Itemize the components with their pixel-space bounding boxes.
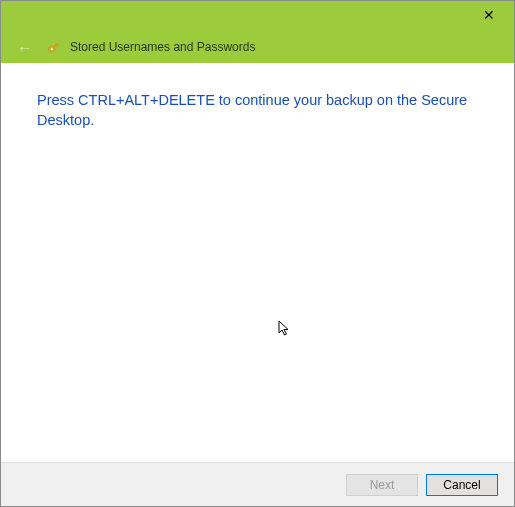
- svg-point-1: [50, 48, 53, 51]
- cancel-button[interactable]: Cancel: [426, 474, 498, 496]
- close-button[interactable]: ✕: [472, 3, 506, 25]
- back-arrow-icon[interactable]: ←: [17, 39, 32, 56]
- dialog-title: Stored Usernames and Passwords: [70, 40, 255, 54]
- dialog-window: ✕ ← Stored Usernames and Passwords Press…: [0, 0, 515, 507]
- titlebar: ✕: [1, 1, 514, 31]
- instruction-text: Press CTRL+ALT+DELETE to continue your b…: [37, 91, 484, 130]
- next-button: Next: [346, 474, 418, 496]
- key-icon: [46, 39, 62, 55]
- dialog-footer: Next Cancel: [1, 462, 514, 506]
- dialog-content: Press CTRL+ALT+DELETE to continue your b…: [1, 63, 514, 462]
- dialog-header: ← Stored Usernames and Passwords: [1, 31, 514, 63]
